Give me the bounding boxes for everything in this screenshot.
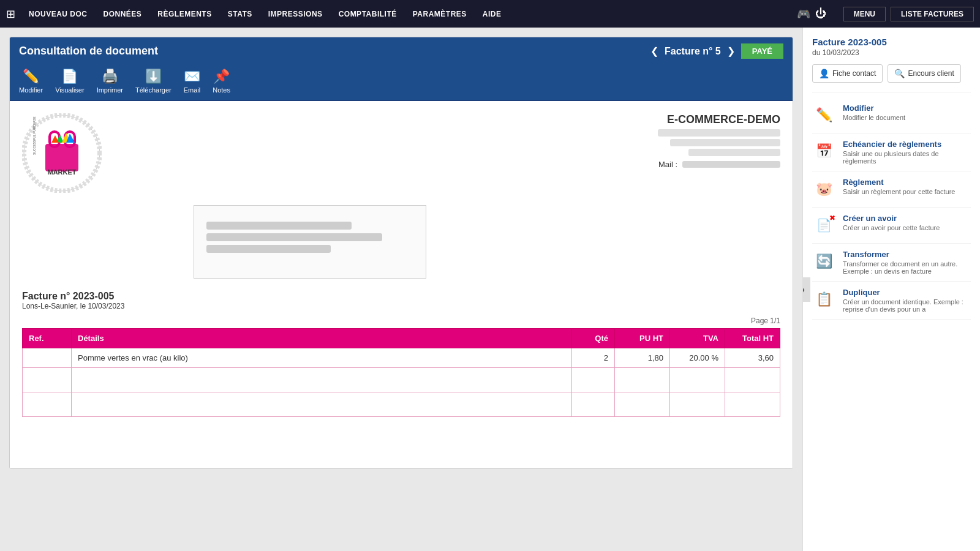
sidebar-invoice-title: Facture 2023-005	[812, 37, 971, 47]
mail-label: Mail :	[658, 160, 677, 169]
transformer-action-icon: 🔄	[812, 250, 835, 273]
dupliquer-action-text: Dupliquer Créer un document identique. E…	[843, 288, 971, 313]
modifier-icon: ✏️	[23, 69, 39, 84]
col-totalht: Total HT	[725, 329, 780, 348]
invoice-location: Lons-Le-Saunier, le 10/03/2023	[22, 302, 780, 310]
left-content: Consultation de document ❮ Facture n° 5 …	[0, 28, 802, 551]
client-address-box	[194, 205, 426, 279]
action-modifier[interactable]: ✏️ Modifier Modifier le document	[812, 97, 971, 133]
company-row: MARKET SUCCESSFUL PURCHASE E-COMMERCE-DE…	[22, 113, 780, 193]
cell-tva: 20.00 %	[670, 348, 725, 368]
collapse-sidebar-button[interactable]: ❯	[802, 277, 810, 302]
toolbar-imprimer[interactable]: 🖨️ Imprimer	[97, 69, 123, 94]
invoice-title: Facture n° 2023-005	[22, 291, 780, 302]
svg-text:MARKET: MARKET	[47, 168, 76, 176]
mail-line: Mail :	[658, 160, 780, 169]
sidebar-divider	[812, 92, 971, 92]
nav-stats[interactable]: STATS	[221, 7, 260, 21]
cell-qte: 2	[572, 348, 615, 368]
gamepad-icon[interactable]: 🎮	[797, 7, 810, 21]
visualiser-icon: 📄	[61, 69, 78, 84]
echeancier-action-text: Echéancier de règlements Saisir une ou p…	[843, 140, 971, 165]
action-echeancier[interactable]: 📅 Echéancier de règlements Saisir une ou…	[812, 133, 971, 171]
company-logo: MARKET SUCCESSFUL PURCHASE	[22, 113, 102, 193]
invoice-table: Ref. Détails Qté PU HT TVA Total HT Pomm…	[22, 328, 780, 417]
email-icon: ✉️	[184, 69, 200, 84]
reglement-action-text: Règlement Saisir un règlement pour cette…	[843, 178, 955, 195]
fiche-contact-label: Fiche contact	[832, 69, 876, 78]
invoice-title-section: Facture n° 2023-005 Lons-Le-Saunier, le …	[22, 291, 780, 310]
sidebar-invoice-date: du 10/03/2023	[812, 48, 971, 57]
svg-text:SUCCESSFUL PURCHASE: SUCCESSFUL PURCHASE	[32, 116, 36, 155]
right-sidebar: ❯ Facture 2023-005 du 10/03/2023 👤 Fiche…	[802, 28, 980, 551]
toolbar-visualiser[interactable]: 📄 Visualiser	[55, 69, 85, 94]
sidebar-quick-buttons: 👤 Fiche contact 🔍 Encours client	[812, 64, 971, 83]
document-panel: Consultation de document ❮ Facture n° 5 …	[9, 37, 793, 469]
nav-donnees[interactable]: DONNÉES	[96, 7, 149, 21]
toolbar-modifier[interactable]: ✏️ Modifier	[19, 69, 43, 94]
imprimer-icon: 🖨️	[102, 69, 118, 84]
doc-toolbar: ✏️ Modifier 📄 Visualiser 🖨️ Imprimer ⬇️ …	[10, 65, 793, 101]
toolbar-notes[interactable]: 📌 Notes	[213, 69, 230, 94]
col-ref: Ref.	[23, 329, 72, 348]
doc-header: Consultation de document ❮ Facture n° 5 …	[10, 37, 793, 65]
prev-doc-arrow[interactable]: ❮	[650, 45, 658, 57]
contact-icon: 👤	[819, 69, 829, 78]
col-puht: PU HT	[615, 329, 670, 348]
table-row-empty	[23, 368, 780, 392]
cell-puht: 1,80	[615, 348, 670, 368]
table-row-empty2	[23, 392, 780, 417]
invoice-table-header: Ref. Détails Qté PU HT TVA Total HT	[23, 329, 780, 348]
nav-reglements[interactable]: RÈGLEMENTS	[150, 7, 219, 21]
menu-button[interactable]: MENU	[843, 7, 886, 21]
action-avoir[interactable]: 📄 ✖ Créer un avoir Créer un avoir pour c…	[812, 208, 971, 244]
email-label: Email	[184, 86, 201, 94]
nav-nouveau-doc[interactable]: NOUVEAU DOC	[21, 7, 95, 21]
col-details: Détails	[72, 329, 572, 348]
telecharger-icon: ⬇️	[145, 69, 162, 84]
avoir-action-title: Créer un avoir	[843, 214, 940, 223]
main-layout: Consultation de document ❮ Facture n° 5 …	[0, 28, 980, 551]
fiche-contact-button[interactable]: 👤 Fiche contact	[812, 64, 883, 83]
notes-icon: 📌	[213, 69, 230, 84]
visualiser-label: Visualiser	[55, 86, 85, 94]
power-icon[interactable]: ⏻	[815, 7, 826, 20]
echeancier-action-title: Echéancier de règlements	[843, 140, 971, 149]
company-name: E-COMMERCE-DEMO	[658, 113, 780, 126]
action-transformer[interactable]: 🔄 Transformer Transformer ce document en…	[812, 244, 971, 282]
cell-totalht: 3,60	[725, 348, 780, 368]
action-reglement[interactable]: 🐷 Règlement Saisir un règlement pour cet…	[812, 171, 971, 208]
transformer-action-title: Transformer	[843, 250, 971, 259]
modifier-action-desc: Modifier le document	[843, 114, 905, 121]
encours-icon: 🔍	[894, 69, 905, 78]
nav-impressions[interactable]: IMPRESSIONS	[261, 7, 330, 21]
modifier-action-icon: ✏️	[812, 103, 835, 127]
col-tva: TVA	[670, 329, 725, 348]
liste-factures-button[interactable]: LISTE FACTURES	[891, 7, 974, 21]
reglement-action-icon: 🐷	[812, 178, 835, 201]
encours-client-button[interactable]: 🔍 Encours client	[888, 64, 960, 83]
page-info: Page 1/1	[22, 317, 780, 325]
nav-aide[interactable]: AIDE	[475, 7, 509, 21]
mail-blurred	[682, 161, 780, 168]
table-row: Pomme vertes en vrac (au kilo) 2 1,80 20…	[23, 348, 780, 368]
top-navigation: ⊞ NOUVEAU DOC DONNÉES RÈGLEMENTS STATS I…	[0, 0, 980, 28]
echeancier-action-desc: Saisir une ou plusieurs dates de règleme…	[843, 150, 971, 165]
action-dupliquer[interactable]: 📋 Dupliquer Créer un document identique.…	[812, 282, 971, 320]
doc-navigation: ❮ Facture n° 5 ❯ PAYÉ	[650, 43, 783, 59]
toolbar-telecharger[interactable]: ⬇️ Télécharger	[135, 69, 172, 94]
next-doc-arrow[interactable]: ❯	[727, 45, 735, 57]
cell-ref	[23, 348, 72, 368]
paid-badge: PAYÉ	[741, 43, 783, 59]
telecharger-label: Télécharger	[135, 86, 172, 94]
modifier-action-title: Modifier	[843, 103, 905, 113]
toolbar-email[interactable]: ✉️ Email	[184, 69, 201, 94]
grid-icon[interactable]: ⊞	[6, 7, 15, 21]
dupliquer-action-desc: Créer un document identique. Exemple : r…	[843, 298, 971, 313]
panel-title: Consultation de document	[19, 45, 158, 58]
transformer-action-text: Transformer Transformer ce document en u…	[843, 250, 971, 275]
nav-parametres[interactable]: PARAMÈTRES	[405, 7, 474, 21]
nav-icons: 🎮 ⏻ MENU LISTE FACTURES	[797, 7, 974, 21]
nav-comptabilite[interactable]: COMPTABILITÉ	[331, 7, 404, 21]
facture-nav-label: Facture n° 5	[665, 46, 721, 57]
